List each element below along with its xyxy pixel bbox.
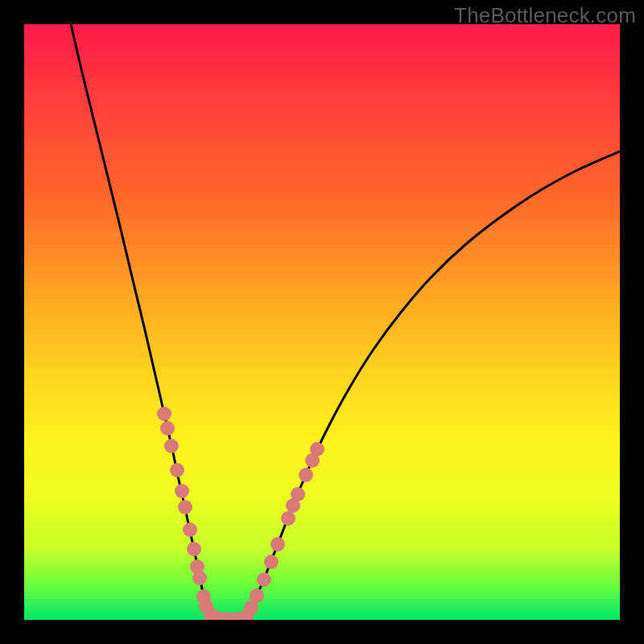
data-marker [157, 407, 171, 421]
data-marker [299, 468, 313, 482]
plot-area [24, 24, 620, 620]
data-marker [291, 487, 305, 502]
data-marker [250, 588, 264, 603]
data-marker [310, 442, 324, 456]
data-marker [270, 537, 285, 551]
data-marker [160, 421, 175, 436]
data-marker [187, 542, 201, 556]
chart-frame: TheBottleneck.com [0, 0, 644, 644]
curve-group [71, 24, 620, 619]
data-marker [164, 439, 179, 453]
data-marker [257, 572, 271, 587]
marker-group [157, 407, 324, 620]
data-marker [264, 555, 279, 569]
data-marker [170, 463, 184, 477]
data-marker [183, 522, 197, 537]
data-marker [175, 484, 189, 498]
data-marker [192, 571, 207, 585]
data-marker [281, 511, 295, 526]
chart-svg [24, 24, 620, 620]
data-marker [178, 500, 192, 514]
watermark-text: TheBottleneck.com [454, 3, 636, 28]
curve-right-branch [243, 151, 620, 618]
